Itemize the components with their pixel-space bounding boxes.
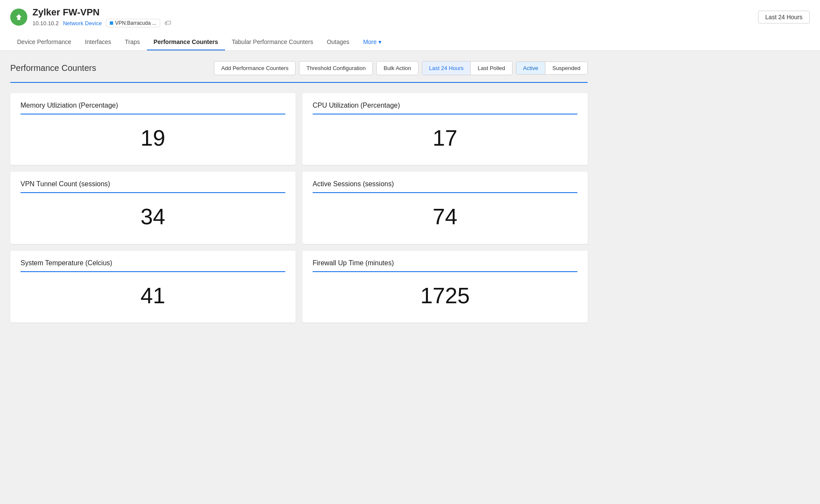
active-toggle-button[interactable]: Active bbox=[516, 62, 545, 74]
counter-title-cpu: CPU Utilization (Percentage) bbox=[313, 102, 577, 114]
tab-interfaces[interactable]: Interfaces bbox=[78, 34, 118, 50]
section-divider bbox=[10, 82, 588, 83]
vpn-badge-dot bbox=[110, 21, 113, 25]
counter-card-vpn-tunnel: VPN Tunnel Count (sessions)34 bbox=[10, 172, 296, 243]
device-name: Zylker FW-VPN bbox=[32, 7, 171, 18]
vpn-badge: VPN:Barracuda ... bbox=[106, 19, 160, 27]
section-header: Performance Counters Add Performance Cou… bbox=[10, 61, 588, 75]
counter-title-firewall-uptime: Firewall Up Time (minutes) bbox=[313, 259, 577, 272]
counter-value-system-temp: 41 bbox=[20, 282, 285, 309]
time-selector-button[interactable]: Last 24 Hours bbox=[758, 11, 810, 23]
device-details: Zylker FW-VPN 10.10.10.2 Network Device … bbox=[32, 7, 171, 27]
chevron-down-icon: ▾ bbox=[378, 38, 381, 45]
counter-title-active-sessions: Active Sessions (sessions) bbox=[313, 180, 577, 193]
counter-value-firewall-uptime: 1725 bbox=[313, 282, 577, 309]
device-meta: 10.10.10.2 Network Device VPN:Barracuda … bbox=[32, 19, 171, 27]
counter-value-active-sessions: 74 bbox=[313, 203, 577, 230]
active-suspended-toggle: Active Suspended bbox=[516, 62, 588, 75]
toolbar: Add Performance Counters Threshold Confi… bbox=[214, 61, 588, 75]
counter-card-system-temp: System Temperature (Celcius)41 bbox=[10, 251, 296, 322]
last-polled-button[interactable]: Last Polled bbox=[471, 62, 512, 75]
device-info: Zylker FW-VPN 10.10.10.2 Network Device … bbox=[10, 7, 171, 27]
page-header: Zylker FW-VPN 10.10.10.2 Network Device … bbox=[0, 0, 820, 51]
counters-grid: Memory Utliziation (Percentage)19CPU Uti… bbox=[10, 93, 588, 322]
nav-tabs: Device Performance Interfaces Traps Perf… bbox=[10, 34, 810, 50]
bulk-action-button[interactable]: Bulk Action bbox=[376, 61, 418, 75]
counter-card-firewall-uptime: Firewall Up Time (minutes)1725 bbox=[302, 251, 588, 322]
tab-more[interactable]: More ▾ bbox=[356, 34, 388, 50]
counter-title-memory: Memory Utliziation (Percentage) bbox=[20, 102, 285, 114]
network-device-link[interactable]: Network Device bbox=[63, 20, 102, 26]
vpn-badge-text: VPN:Barracuda ... bbox=[115, 20, 156, 26]
tab-outages[interactable]: Outages bbox=[320, 34, 356, 50]
device-ip: 10.10.10.2 bbox=[32, 20, 59, 26]
tab-traps[interactable]: Traps bbox=[118, 34, 146, 50]
counter-title-vpn-tunnel: VPN Tunnel Count (sessions) bbox=[20, 180, 285, 193]
counter-card-cpu: CPU Utilization (Percentage)17 bbox=[302, 93, 588, 165]
tab-device-performance[interactable]: Device Performance bbox=[10, 34, 78, 50]
tab-performance-counters[interactable]: Performance Counters bbox=[147, 34, 225, 50]
counter-title-system-temp: System Temperature (Celcius) bbox=[20, 259, 285, 272]
time-toggle-group: Last 24 Hours Last Polled bbox=[422, 61, 512, 75]
counter-card-memory: Memory Utliziation (Percentage)19 bbox=[10, 93, 296, 165]
header-top: Zylker FW-VPN 10.10.10.2 Network Device … bbox=[10, 7, 810, 32]
tag-icon[interactable]: 🏷 bbox=[164, 19, 171, 27]
suspended-toggle-button[interactable]: Suspended bbox=[545, 62, 587, 74]
last-24-hours-button[interactable]: Last 24 Hours bbox=[422, 62, 471, 75]
section-title: Performance Counters bbox=[10, 63, 96, 73]
counter-value-memory: 19 bbox=[20, 125, 285, 151]
counter-value-cpu: 17 bbox=[313, 125, 577, 151]
counter-card-active-sessions: Active Sessions (sessions)74 bbox=[302, 172, 588, 243]
threshold-configuration-button[interactable]: Threshold Configuration bbox=[299, 61, 373, 75]
main-content: Performance Counters Add Performance Cou… bbox=[0, 51, 598, 336]
more-label: More bbox=[363, 38, 377, 45]
counter-value-vpn-tunnel: 34 bbox=[20, 203, 285, 230]
add-performance-counters-button[interactable]: Add Performance Counters bbox=[214, 61, 296, 75]
tab-tabular-performance-counters[interactable]: Tabular Performance Counters bbox=[225, 34, 320, 50]
device-status-icon bbox=[10, 9, 27, 26]
